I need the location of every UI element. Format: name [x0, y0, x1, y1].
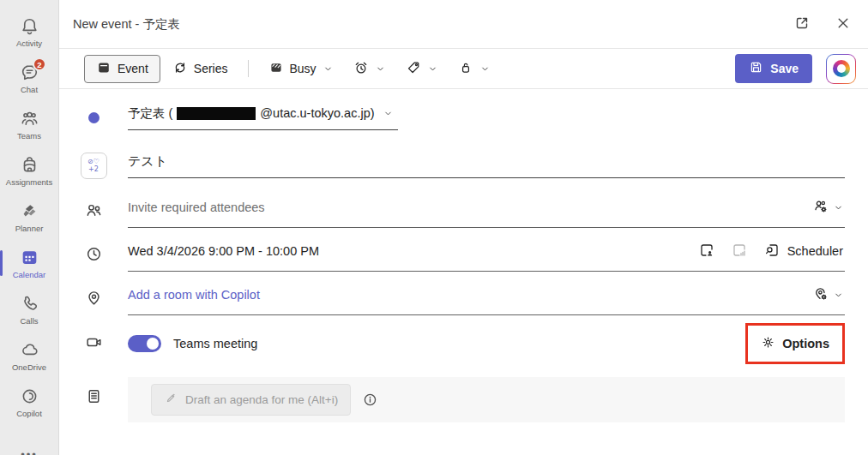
toolbar-divider — [248, 60, 249, 77]
availability-button[interactable] — [696, 240, 717, 263]
dialog-header: New event - 予定表 — [59, 0, 868, 49]
sidebar-item-label: OneDrive — [12, 362, 46, 372]
redacted-email — [177, 107, 256, 120]
phone-icon — [19, 293, 39, 314]
attendees-row: Invite required attendees — [59, 190, 845, 233]
chevron-down-icon — [428, 64, 437, 74]
sidebar-item-label: Calls — [20, 316, 38, 326]
calendar-name-suffix: @utac.u-tokyo.ac.jp) — [260, 106, 374, 120]
privacy-lock-dropdown[interactable] — [449, 55, 498, 83]
sidebar-item-label: Calendar — [13, 270, 46, 279]
title-value: テスト — [128, 153, 167, 170]
backpack-icon — [19, 154, 39, 175]
series-tab[interactable]: Series — [164, 55, 237, 83]
sidebar-item-onedrive[interactable]: OneDrive — [0, 332, 58, 379]
sidebar-item-copilot[interactable]: Copilot — [0, 379, 58, 425]
pin-gear-icon — [812, 285, 829, 305]
busy-status-icon — [268, 60, 284, 78]
teams-meeting-toggle[interactable] — [128, 335, 161, 352]
sidebar-item-calendar[interactable]: Calendar — [0, 240, 58, 286]
chevron-down-icon — [834, 290, 843, 300]
scheduler-icon — [763, 242, 781, 261]
pen-sparkle-icon — [164, 392, 178, 408]
calendar-chart-icon — [731, 242, 748, 261]
notes-icon — [85, 387, 103, 409]
attendees-input[interactable]: Invite required attendees — [128, 196, 845, 228]
cloud-icon — [19, 339, 39, 360]
close-button[interactable] — [832, 13, 854, 35]
scheduler-button[interactable]: Scheduler — [762, 240, 845, 263]
sidebar-item-teams[interactable]: Teams — [0, 101, 58, 147]
save-button[interactable]: Save — [735, 54, 812, 83]
sidebar-item-label: Activity — [16, 39, 42, 48]
app-rail: Activity 2 Chat Teams Assignments Pl — [0, 0, 58, 455]
copilot-button[interactable] — [826, 54, 856, 84]
emoji-picker-icon[interactable]: ⊘♡ +2 — [81, 153, 107, 179]
title-input[interactable]: テスト — [128, 153, 845, 178]
sidebar-item-planner[interactable]: Planner — [0, 194, 58, 240]
calendar-select-row: 予定表 ( @utac.u-tokyo.ac.jp) — [59, 94, 845, 141]
add-room-copilot-link[interactable]: Add a room with Copilot — [128, 288, 260, 302]
chevron-down-icon — [323, 64, 333, 74]
event-form: 予定表 ( @utac.u-tokyo.ac.jp) ⊘♡ +2 テスト — [59, 89, 868, 455]
clock-icon — [85, 245, 103, 266]
sidebar-item-assignments[interactable]: Assignments — [0, 147, 58, 194]
emoji-picker-glyph-top: ⊘♡ — [87, 158, 99, 165]
draft-agenda-button[interactable]: Draft an agenda for me (Alt+i) — [151, 384, 351, 416]
calendar-color-dot — [88, 112, 99, 123]
chevron-down-icon — [376, 64, 385, 74]
calendar-name-prefix: 予定表 ( — [128, 105, 172, 122]
location-settings-button[interactable] — [811, 284, 845, 307]
event-tab[interactable]: Event — [84, 55, 160, 83]
title-row: ⊘♡ +2 テスト — [59, 141, 845, 190]
new-event-dialog: New event - 予定表 Event — [58, 0, 868, 455]
calendar-chart-button — [729, 240, 750, 263]
close-icon — [835, 15, 852, 34]
emoji-picker-glyph-bottom: +2 — [88, 165, 99, 173]
sidebar-item-label: Planner — [15, 224, 44, 233]
gear-icon — [761, 335, 775, 352]
chevron-down-icon — [383, 109, 393, 118]
tag-icon — [406, 60, 421, 78]
location-icon — [85, 289, 103, 310]
more-apps-icon[interactable]: ••• — [0, 448, 58, 455]
options-button[interactable]: Options — [750, 327, 841, 360]
event-toolbar: Event Series Busy — [59, 49, 868, 89]
draft-agenda-label: Draft an agenda for me (Alt+i) — [185, 393, 338, 406]
sidebar-item-label: Teams — [17, 131, 41, 141]
series-tab-label: Series — [194, 62, 228, 75]
category-tag-dropdown[interactable] — [397, 55, 446, 83]
red-annotation-box: Options — [745, 323, 845, 364]
repeat-icon — [172, 60, 188, 78]
sidebar-item-chat[interactable]: 2 Chat — [0, 55, 58, 101]
calendar-icon — [19, 247, 39, 267]
bell-icon — [19, 15, 39, 36]
location-field[interactable]: Add a room with Copilot — [128, 284, 845, 315]
sidebar-item-activity[interactable]: Activity — [0, 9, 58, 55]
chevron-down-icon — [480, 64, 490, 74]
event-icon — [96, 60, 112, 78]
attendees-icon — [85, 201, 103, 223]
busy-label: Busy — [290, 62, 316, 75]
sidebar-item-calls[interactable]: Calls — [0, 286, 58, 332]
copilot-agenda-strip: Draft an agenda for me (Alt+i) — [128, 377, 845, 422]
calendar-selector[interactable]: 予定表 ( @utac.u-tokyo.ac.jp) — [128, 105, 398, 130]
teams-meeting-row: Teams meeting Options — [59, 320, 845, 367]
popout-button[interactable] — [791, 13, 813, 35]
options-button-label: Options — [782, 337, 829, 350]
sidebar-item-label: Copilot — [16, 409, 42, 418]
reminder-dropdown[interactable] — [345, 55, 394, 83]
info-icon[interactable] — [362, 392, 378, 408]
datetime-field[interactable]: Wed 3/4/2026 9:00 PM - 10:00 PM — [128, 240, 845, 272]
alarm-icon — [353, 60, 369, 78]
copilot-logo-icon — [833, 60, 850, 77]
calendar-person-icon — [698, 242, 715, 261]
attendee-settings-button[interactable] — [811, 196, 845, 219]
chat-unread-badge: 2 — [33, 57, 46, 71]
sidebar-item-label: Assignments — [6, 177, 52, 187]
teams-meeting-label: Teams meeting — [173, 337, 257, 350]
people-gear-icon — [812, 198, 829, 218]
description-editor[interactable]: Draft an agenda for me (Alt+i) — [128, 377, 845, 422]
show-as-busy-dropdown[interactable]: Busy — [260, 55, 341, 83]
camera-icon — [85, 333, 103, 355]
